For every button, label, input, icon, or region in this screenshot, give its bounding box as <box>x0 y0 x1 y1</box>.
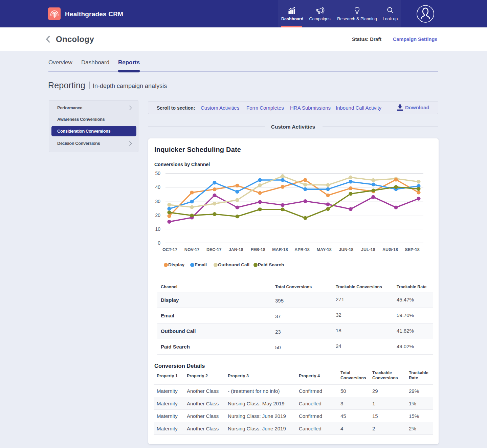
svg-text:APR-18: APR-18 <box>294 247 310 252</box>
svg-text:OCT-17: OCT-17 <box>162 247 177 252</box>
svg-text:20: 20 <box>155 212 160 218</box>
svg-text:0: 0 <box>158 240 160 246</box>
svg-text:40: 40 <box>155 184 160 190</box>
svg-text:NOV-17: NOV-17 <box>184 247 200 252</box>
svg-text:SEP-18: SEP-18 <box>405 247 420 252</box>
svg-text:FEB-18: FEB-18 <box>251 247 265 252</box>
svg-text:JAN-18: JAN-18 <box>229 247 243 252</box>
svg-text:DEC-17: DEC-17 <box>206 247 222 252</box>
svg-text:50: 50 <box>155 171 160 176</box>
svg-text:30: 30 <box>155 199 160 204</box>
svg-text:MAY-18: MAY-18 <box>317 247 332 252</box>
svg-text:10: 10 <box>155 226 160 232</box>
svg-text:JUL-18: JUL-18 <box>361 247 375 252</box>
svg-text:MAR-18: MAR-18 <box>272 247 288 252</box>
svg-text:AUG-18: AUG-18 <box>382 247 398 252</box>
svg-text:JUN-18: JUN-18 <box>339 247 353 252</box>
